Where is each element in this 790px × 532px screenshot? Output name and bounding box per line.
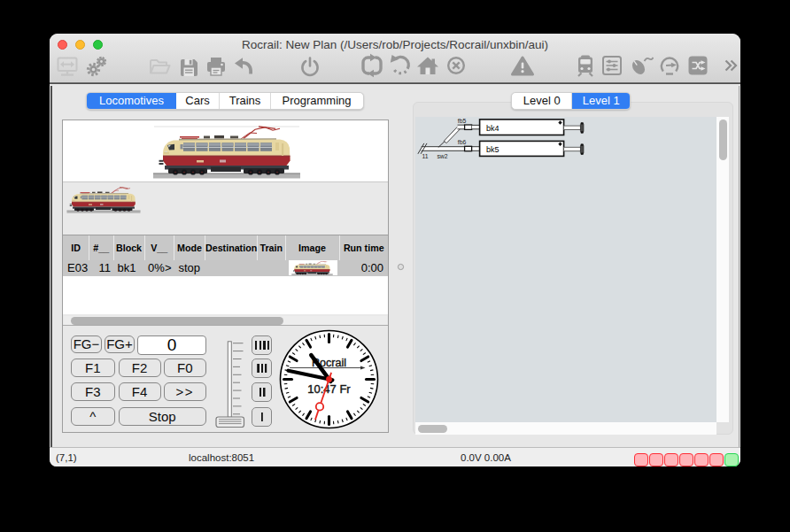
svg-text:sw2: sw2	[437, 153, 447, 159]
svg-text:11: 11	[422, 153, 429, 159]
svg-text:fb6: fb6	[458, 139, 467, 145]
svg-text:fb5: fb5	[458, 118, 467, 124]
svg-text:bk5: bk5	[486, 145, 500, 154]
svg-text:10:47 Fr: 10:47 Fr	[307, 382, 351, 396]
svg-text:bk4: bk4	[486, 124, 500, 133]
